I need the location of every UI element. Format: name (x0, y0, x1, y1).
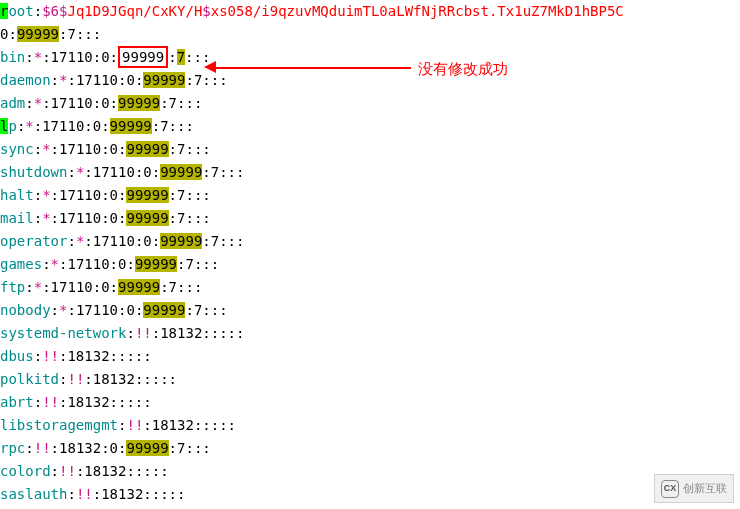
segment-colon: :17110:0: (42, 49, 118, 65)
segment-colon: : (34, 187, 42, 203)
segment-colon: : (67, 486, 75, 502)
terminal-line: rpc:!!:18132:0:99999:7::: (0, 437, 740, 460)
segment-user: nobody (0, 302, 51, 318)
segment-hash: $ (202, 3, 210, 19)
segment-star: * (42, 141, 50, 157)
terminal-line: games:*:17110:0:99999:7::: (0, 253, 740, 276)
segment-user: colord (0, 463, 51, 479)
segment-colon: : (67, 233, 75, 249)
segment-colon: : (34, 394, 42, 410)
terminal-line: systemd-network:!!:18132::::: (0, 322, 740, 345)
segment-colon: :7::: (59, 26, 101, 42)
terminal-line: adm:*:17110:0:99999:7::: (0, 92, 740, 115)
terminal-output: root:$6$Jq1D9JGqn/CxKY/H$xs058/i9qzuvMQd… (0, 0, 740, 506)
segment-colon: :17110:0: (67, 72, 143, 88)
segment-colon: :7::: (160, 279, 202, 295)
segment-colon: : (51, 72, 59, 88)
annotation-arrow-line (208, 67, 411, 69)
segment-user: shutdown (0, 164, 67, 180)
segment-hl: 99999 (118, 279, 160, 295)
segment-colon: :17110:0: (51, 141, 127, 157)
segment-colon: :7::: (169, 210, 211, 226)
segment-colon: :18132::::: (59, 394, 152, 410)
segment-colon: : (51, 463, 59, 479)
segment-colon: :7::: (169, 187, 211, 203)
segment-star: * (51, 256, 59, 272)
segment-colon: : (126, 325, 134, 341)
segment-colon: :17110:0: (67, 302, 143, 318)
segment-colon: : (34, 210, 42, 226)
watermark-text: 创新互联 (683, 477, 727, 500)
segment-hl: 99999 (17, 26, 59, 42)
segment-star: !! (42, 394, 59, 410)
segment-hash: $6$ (42, 3, 67, 19)
terminal-line: 0:99999:7::: (0, 23, 740, 46)
segment-colon: : (42, 256, 50, 272)
segment-colon: : (51, 302, 59, 318)
segment-colon: : (34, 348, 42, 364)
segment-colon: :18132::::: (84, 371, 177, 387)
segment-hl: 99999 (126, 187, 168, 203)
terminal-line: dbus:!!:18132::::: (0, 345, 740, 368)
segment-colon: : (8, 26, 16, 42)
segment-colon: :7::: (169, 440, 211, 456)
segment-colon: :18132::::: (93, 486, 186, 502)
segment-colon: : (25, 49, 33, 65)
terminal-line: polkitd:!!:18132::::: (0, 368, 740, 391)
segment-colon: :17110:0: (42, 95, 118, 111)
segment-star: * (34, 49, 42, 65)
segment-colon: :18132::::: (152, 325, 245, 341)
segment-user: ftp (0, 279, 25, 295)
segment-red: xs058/i9qzuvMQduimTL0aLWfNjRRcbst.Tx1uZ7… (211, 3, 624, 19)
segment-colon: :7::: (185, 302, 227, 318)
segment-star: * (42, 187, 50, 203)
segment-star: !! (76, 486, 93, 502)
terminal-line: sync:*:17110:0:99999:7::: (0, 138, 740, 161)
segment-star: !! (135, 325, 152, 341)
terminal-line: lp:*:17110:0:99999:7::: (0, 115, 740, 138)
terminal-line: saslauth:!!:18132::::: (0, 483, 740, 506)
segment-colon: : (67, 164, 75, 180)
segment-colon: : (168, 49, 176, 65)
segment-star: !! (59, 463, 76, 479)
segment-star: * (42, 210, 50, 226)
segment-colon: :7::: (160, 95, 202, 111)
segment-user: games (0, 256, 42, 272)
terminal-line: root:$6$Jq1D9JGqn/CxKY/H$xs058/i9qzuvMQd… (0, 0, 740, 23)
segment-user: oot (8, 3, 33, 19)
segment-colon: :17110:0: (84, 164, 160, 180)
terminal-line: bin:*:17110:0:99999:7::: (0, 46, 740, 69)
segment-colon: : (34, 3, 42, 19)
segment-colon: :17110:0: (51, 210, 127, 226)
segment-colon: :7::: (185, 72, 227, 88)
terminal-line: libstoragemgmt:!!:18132::::: (0, 414, 740, 437)
terminal-line: daemon:*:17110:0:99999:7::: (0, 69, 740, 92)
terminal-line: nobody:*:17110:0:99999:7::: (0, 299, 740, 322)
segment-user: polkitd (0, 371, 59, 387)
segment-box: 99999 (118, 46, 168, 68)
terminal-line: halt:*:17110:0:99999:7::: (0, 184, 740, 207)
segment-colon: : (25, 279, 33, 295)
terminal-line: abrt:!!:18132::::: (0, 391, 740, 414)
segment-hl: 99999 (143, 302, 185, 318)
segment-hl: 99999 (126, 141, 168, 157)
segment-red: Jq1D9JGqn/CxKY/H (67, 3, 202, 19)
segment-hl: 7 (177, 49, 185, 65)
segment-user: mail (0, 210, 34, 226)
segment-colon: :17110:0: (42, 279, 118, 295)
segment-star: !! (34, 440, 51, 456)
segment-user: daemon (0, 72, 51, 88)
segment-user: abrt (0, 394, 34, 410)
watermark: CX 创新互联 (654, 474, 734, 503)
segment-colon: :18132::::: (59, 348, 152, 364)
segment-hl: 99999 (135, 256, 177, 272)
segment-user: libstoragemgmt (0, 417, 118, 433)
terminal-line: colord:!!:18132::::: (0, 460, 740, 483)
segment-star: * (34, 279, 42, 295)
segment-user: bin (0, 49, 25, 65)
segment-colon: :17110:0: (84, 233, 160, 249)
watermark-logo-icon: CX (661, 480, 679, 498)
segment-colon: :18132::::: (143, 417, 236, 433)
segment-hl: 99999 (110, 118, 152, 134)
segment-colon: : (25, 440, 33, 456)
